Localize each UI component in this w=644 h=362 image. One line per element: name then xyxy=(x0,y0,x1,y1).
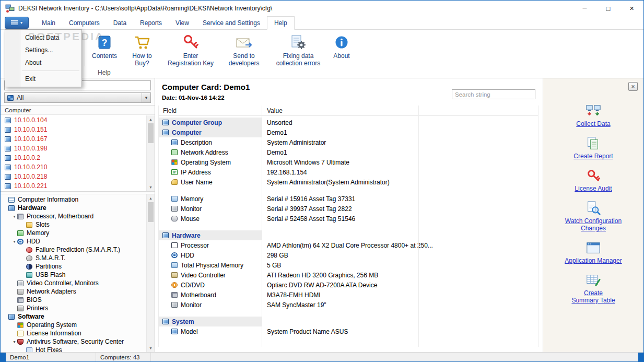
tree-item-operating-system[interactable]: Operating System xyxy=(1,321,146,329)
scroll-down-icon[interactable] xyxy=(147,344,155,352)
monitor-icon xyxy=(171,139,178,145)
table-row: ProcessorAMD Athlon(tm) 64 X2 Dual Core … xyxy=(159,240,538,250)
printer-icon xyxy=(17,306,24,311)
tab-data[interactable]: Data xyxy=(107,16,133,30)
tree-item-antivirus-software-security-center[interactable]: Antivirus Software, Security Center xyxy=(1,337,146,346)
value-cell: ATI Radeon HD 3200 Graphics, 256 MB xyxy=(262,272,538,279)
tab-service-and-settings[interactable]: Service and Settings xyxy=(196,16,267,30)
tree-item-memory[interactable]: Memory xyxy=(1,229,146,237)
action-collect-data[interactable]: Collect Data xyxy=(576,103,610,127)
tree-item-usb-flash[interactable]: USB Flash xyxy=(1,271,146,279)
action-create-report[interactable]: Create Report xyxy=(573,136,613,160)
menu-item-settings[interactable]: Settings... xyxy=(5,44,81,56)
field-cell: Total Physical Memory xyxy=(159,260,262,270)
panel-close-button[interactable] xyxy=(628,82,638,91)
tree-item-hdd[interactable]: HDD xyxy=(1,237,146,246)
ribbon-button-enter-registration-key[interactable]: Enter Registration Key xyxy=(162,32,219,68)
menu-item-collect-data[interactable]: Collect Data xyxy=(5,31,81,44)
tree-item-label: Hardware xyxy=(18,204,46,212)
ribbon-button-about[interactable]: About xyxy=(329,32,355,61)
computer-list-header: Computer xyxy=(1,106,155,115)
tab-help[interactable]: Help xyxy=(267,16,295,30)
tree-item-network-adapters[interactable]: Network Adapters xyxy=(1,287,146,296)
status-corner-left xyxy=(1,353,6,361)
scroll-down-icon[interactable] xyxy=(147,183,155,191)
field-cell: IP Address xyxy=(159,167,262,177)
ribbon-button-contents[interactable]: ?Contents xyxy=(87,32,122,61)
scrollbar-thumb[interactable] xyxy=(148,202,154,222)
action-watch-configuration-changes[interactable]: Watch Configuration Changes xyxy=(560,201,626,232)
computer-list-item[interactable]: 10.10.0.198 xyxy=(1,144,146,153)
action-application-manager[interactable]: Application Manager xyxy=(565,240,622,264)
file-menu-button[interactable] xyxy=(5,17,29,29)
license-audit-icon xyxy=(586,168,601,184)
menu-item-exit[interactable]: Exit xyxy=(5,73,81,85)
tab-reports[interactable]: Reports xyxy=(133,16,169,30)
tree-item-processor-motherboard[interactable]: Processor, Motherboard xyxy=(1,212,146,220)
computer-list-item[interactable]: 10.10.0.104 xyxy=(1,115,146,125)
table-header: Field Value xyxy=(159,106,538,116)
field-cell: Network Address xyxy=(159,147,262,157)
computer-ip: 10.10.0.218 xyxy=(14,173,47,180)
tree-item-printers[interactable]: Printers xyxy=(1,304,146,312)
ribbon-button-send-to-developers[interactable]: Send to developers xyxy=(220,32,268,68)
tree-item-computer-information[interactable]: Computer Information xyxy=(1,195,146,204)
list-icon xyxy=(8,197,15,203)
tab-view[interactable]: View xyxy=(169,16,196,30)
field-label: Model xyxy=(181,328,198,335)
value-cell: Unsorted xyxy=(262,119,538,126)
title-bar: DEKSI Network Inventory - C:\Users\softp… xyxy=(1,1,643,16)
field-cell: Computer xyxy=(159,127,262,137)
search-input[interactable] xyxy=(452,89,535,99)
minimize-button[interactable] xyxy=(573,1,596,16)
menu-separator xyxy=(22,71,79,71)
column-header-field: Field xyxy=(159,107,262,114)
field-label: Monitor xyxy=(181,301,202,309)
action-create-summary-table[interactable]: Create Summary Table xyxy=(570,273,616,304)
computer-list-item[interactable]: 10.10.0.221 xyxy=(1,181,146,191)
ribbon-button-label: Fixing data collection errors xyxy=(274,52,323,67)
action-license-audit[interactable]: License Audit xyxy=(575,168,612,192)
scroll-up-icon[interactable] xyxy=(147,194,155,202)
tree-item-s-m-a-r-t[interactable]: S.M.A.R.T. xyxy=(1,254,146,262)
tree-item-hot-fixes[interactable]: Hot Fixes xyxy=(1,346,146,352)
field-cell: CD/DVD xyxy=(159,280,262,290)
computer-list-item[interactable]: 10.10.0.151 xyxy=(1,125,146,134)
collect-data-icon xyxy=(586,103,601,119)
ribbon-button-fixing-data-collection-errors[interactable]: Fixing data collection errors xyxy=(269,32,327,68)
group-filter-dropdown[interactable]: All xyxy=(4,92,151,103)
disc-icon xyxy=(171,282,178,288)
tree-item-failure-prediction-s-m-a-r-t[interactable]: Failure Prediction (S.M.A.R.T.) xyxy=(1,246,146,254)
menu-item-about[interactable]: About xyxy=(5,56,81,69)
tree-item-slots[interactable]: Slots xyxy=(1,220,146,229)
scroll-up-icon[interactable] xyxy=(147,115,155,123)
computer-list-item[interactable]: 10.10.0.210 xyxy=(1,162,146,172)
maximize-button[interactable] xyxy=(596,1,620,16)
value-cell: Demo1 xyxy=(262,129,538,136)
tab-main[interactable]: Main xyxy=(35,16,62,30)
chevron-down-icon xyxy=(20,20,22,25)
computer-list-item[interactable]: 10.10.0.2 xyxy=(1,153,146,162)
window-title: DEKSI Network Inventory - C:\Users\softp… xyxy=(18,5,272,12)
tree-item-license-information[interactable]: License Information xyxy=(1,329,146,337)
computer-list-item[interactable]: 10.10.0.167 xyxy=(1,134,146,144)
computer-list-scrollbar[interactable] xyxy=(146,115,155,191)
field-cell: Operating System xyxy=(159,157,262,167)
close-button[interactable] xyxy=(620,1,643,16)
table-gap-row xyxy=(159,187,538,194)
computer-ip: 10.10.0.198 xyxy=(14,145,47,152)
ribbon-button-how-to-buy[interactable]: How to Buy? xyxy=(123,32,161,68)
tree-item-partitions[interactable]: Partitions xyxy=(1,262,146,271)
tab-computers[interactable]: Computers xyxy=(62,16,107,30)
tree-item-software[interactable]: Software xyxy=(1,312,146,321)
tree-item-hardware[interactable]: Hardware xyxy=(1,204,146,212)
tree-scrollbar[interactable] xyxy=(146,194,155,352)
scrollbar-thumb[interactable] xyxy=(148,123,154,143)
monitor-icon xyxy=(162,319,169,324)
chevron-down-icon[interactable] xyxy=(142,93,150,102)
computer-list-item[interactable]: 10.10.0.218 xyxy=(1,172,146,181)
tree-item-bios[interactable]: BIOS xyxy=(1,296,146,304)
computer-card-panel: Computer Card: Demo1 Date: 01-Nov-16 14:… xyxy=(155,78,543,352)
table-row: MemorySerial # 15916 Asset Tag 37331 xyxy=(159,194,538,204)
tree-item-video-controller-monitors[interactable]: Video Controller, Monitors xyxy=(1,279,146,287)
